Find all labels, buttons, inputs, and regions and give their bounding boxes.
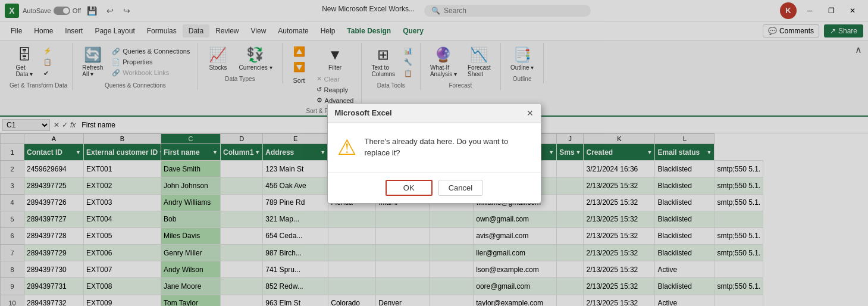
warning-icon: ⚠: [337, 135, 356, 160]
dialog-overlay: Microsoft Excel ✕ ⚠ There's already data…: [0, 0, 868, 306]
dialog-title-bar: Microsoft Excel ✕: [328, 104, 541, 123]
dialog-ok-button[interactable]: OK: [386, 180, 433, 196]
dialog-close-button[interactable]: ✕: [527, 108, 534, 118]
dialog-message: There's already data here. Do you want t…: [365, 136, 531, 158]
dialog-cancel-button[interactable]: Cancel: [438, 180, 482, 196]
dialog-footer: OK Cancel: [328, 172, 541, 203]
dialog-title-text: Microsoft Excel: [335, 108, 392, 117]
dialog-box: Microsoft Excel ✕ ⚠ There's already data…: [327, 103, 541, 204]
dialog-body: ⚠ There's already data here. Do you want…: [328, 123, 541, 172]
